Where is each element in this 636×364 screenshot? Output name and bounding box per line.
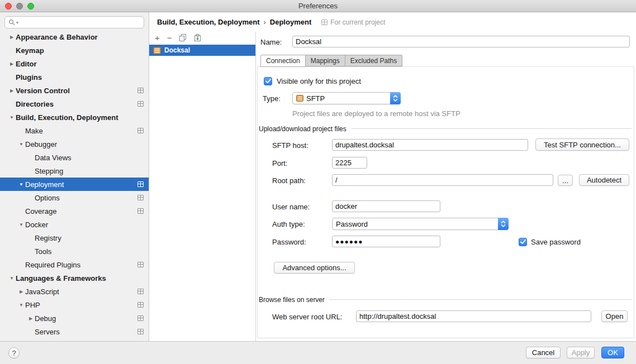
window-title: Preferences: [298, 2, 338, 10]
search-icon: [8, 19, 15, 26]
password-input[interactable]: [332, 236, 440, 247]
sidebar-item-version-control[interactable]: ▶Version Control: [0, 84, 149, 97]
section-rule: [351, 128, 632, 129]
open-button[interactable]: Open: [601, 310, 628, 322]
sidebar-item-label: Plugins: [16, 73, 42, 82]
paste-server-button[interactable]: [194, 34, 201, 42]
port-input[interactable]: [332, 157, 367, 169]
tree-arrow-down-icon[interactable]: ▼: [17, 182, 25, 187]
breadcrumb-parent[interactable]: Build, Execution, Deployment: [157, 18, 259, 26]
test-sftp-connection-button[interactable]: Test SFTP connection...: [535, 138, 629, 151]
sidebar-item-php[interactable]: ▼PHP: [0, 298, 149, 312]
save-password-checkbox[interactable]: [519, 238, 527, 246]
sidebar-item-stepping[interactable]: Stepping: [0, 164, 149, 178]
tree-arrow-right-icon[interactable]: ▶: [8, 61, 16, 66]
zoom-button[interactable]: [27, 3, 34, 9]
autodetect-button[interactable]: Autodetect: [579, 174, 629, 186]
tree-arrow-right-icon[interactable]: ▶: [8, 35, 16, 40]
tab-bar: Connection Mappings Excluded Paths: [260, 55, 402, 67]
cancel-button[interactable]: Cancel: [526, 347, 561, 358]
sidebar-item-make[interactable]: Make: [0, 124, 149, 137]
sidebar-item-data-views[interactable]: Data Views: [0, 151, 149, 164]
sidebar-item-label: Docker: [25, 221, 48, 229]
settings-search-input[interactable]: ▾: [4, 16, 144, 28]
sidebar-item-languages-frameworks[interactable]: ▼Languages & Frameworks: [0, 271, 149, 285]
root-path-input[interactable]: [332, 174, 553, 186]
auth-type-dropdown[interactable]: Password: [332, 218, 509, 230]
sidebar-item-editor[interactable]: ▶Editor: [0, 57, 149, 70]
sidebar-item-debug[interactable]: ▶Debug: [0, 312, 149, 325]
sidebar-item-coverage[interactable]: Coverage: [0, 204, 149, 218]
per-project-settings-icon: [321, 20, 328, 25]
sidebar-item-debugger[interactable]: ▼Debugger: [0, 137, 149, 151]
visible-only-checkbox[interactable]: [264, 77, 272, 85]
sidebar-item-docker[interactable]: ▼Docker: [0, 218, 149, 231]
web-root-input[interactable]: [356, 310, 591, 322]
name-label: Name:: [260, 38, 282, 46]
per-project-settings-icon: [137, 208, 144, 214]
sidebar-item-label: Registry: [35, 234, 61, 242]
breadcrumb-separator-icon: ›: [263, 18, 265, 26]
dropdown-stepper-icon: [498, 218, 509, 230]
dialog-footer: ? Cancel Apply OK: [0, 341, 636, 364]
check-icon: [520, 240, 526, 245]
tree-arrow-down-icon[interactable]: ▼: [17, 303, 25, 308]
minimize-button: [16, 3, 23, 9]
sftp-host-label: SFTP host:: [272, 141, 308, 150]
sidebar-item-label: Version Control: [16, 87, 70, 95]
sidebar-item-options[interactable]: Options: [0, 191, 149, 204]
sidebar-item-label: Options: [35, 194, 60, 202]
server-list-item[interactable]: Docksal: [149, 45, 255, 56]
ok-button[interactable]: OK: [601, 347, 624, 358]
sidebar-item-appearance-behavior[interactable]: ▶Appearance & Behavior: [0, 30, 149, 44]
tree-arrow-down-icon[interactable]: ▼: [17, 222, 25, 227]
sidebar-item-keymap[interactable]: Keymap: [0, 44, 149, 57]
server-list-panel: + −: [149, 32, 256, 341]
sidebar-item-label: Debug: [35, 314, 56, 323]
tab-excluded-paths[interactable]: Excluded Paths: [345, 55, 402, 66]
advanced-options-button[interactable]: Advanced options...: [274, 262, 355, 274]
tab-connection[interactable]: Connection: [260, 55, 306, 67]
per-project-settings-icon: [137, 315, 144, 321]
tree-arrow-down-icon[interactable]: ▼: [8, 115, 16, 120]
breadcrumb-current[interactable]: Deployment: [270, 18, 311, 26]
tree-arrow-right-icon[interactable]: ▶: [17, 289, 25, 294]
sftp-host-input[interactable]: [332, 139, 528, 151]
apply-button[interactable]: Apply: [567, 347, 595, 358]
sidebar-item-javascript[interactable]: ▶JavaScript: [0, 285, 149, 298]
browse-root-path-button[interactable]: ...: [558, 175, 573, 186]
help-button[interactable]: ?: [8, 347, 20, 358]
tree-arrow-down-icon[interactable]: ▼: [17, 142, 25, 147]
copy-server-button[interactable]: [179, 34, 187, 42]
sidebar-item-servers[interactable]: Servers: [0, 325, 149, 338]
visible-only-label: Visible only for this project: [277, 77, 361, 85]
sidebar-item-registry[interactable]: Registry: [0, 231, 149, 245]
close-button[interactable]: [5, 3, 12, 9]
sidebar-item-deployment[interactable]: ▼Deployment: [0, 178, 149, 191]
search-options-chevron-icon[interactable]: ▾: [16, 20, 18, 25]
user-name-input[interactable]: [332, 200, 440, 212]
check-icon: [265, 79, 271, 84]
sidebar-item-build-execution-deployment[interactable]: ▼Build, Execution, Deployment: [0, 111, 149, 124]
per-project-settings-icon: [137, 88, 144, 93]
remove-server-button[interactable]: −: [167, 34, 172, 42]
server-list-toolbar: + −: [149, 32, 255, 44]
tree-arrow-down-icon[interactable]: ▼: [8, 276, 16, 281]
add-server-button[interactable]: +: [155, 34, 160, 42]
scope-indicator: For current project: [321, 18, 385, 26]
sidebar-item-label: Coverage: [25, 207, 56, 215]
dropdown-stepper-icon: [390, 92, 401, 104]
sidebar-item-plugins[interactable]: Plugins: [0, 70, 149, 84]
tree-arrow-right-icon[interactable]: ▶: [27, 316, 35, 321]
type-dropdown[interactable]: SFTP: [292, 92, 401, 104]
sidebar-item-label: Appearance & Behavior: [16, 33, 98, 41]
sidebar-item-tools[interactable]: Tools: [0, 245, 149, 258]
name-input[interactable]: [292, 36, 630, 47]
titlebar[interactable]: Preferences: [0, 0, 636, 12]
tab-mappings[interactable]: Mappings: [306, 55, 345, 66]
tree-arrow-right-icon[interactable]: ▶: [8, 88, 16, 93]
per-project-settings-icon: [137, 195, 144, 200]
sftp-type-icon: [296, 95, 303, 102]
sidebar-item-directories[interactable]: Directories: [0, 97, 149, 111]
sidebar-item-required-plugins[interactable]: Required Plugins: [0, 258, 149, 271]
